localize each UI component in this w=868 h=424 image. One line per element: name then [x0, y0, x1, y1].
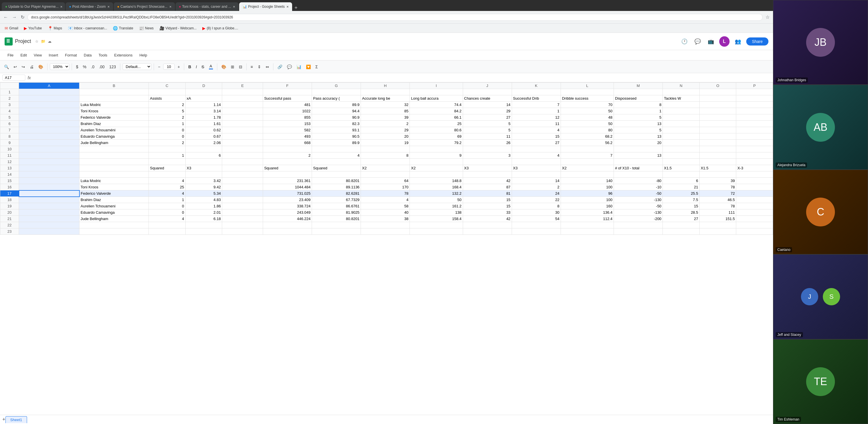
cell-g17[interactable]: 82.6281 — [312, 190, 361, 197]
present-button[interactable]: 📺 — [706, 36, 716, 46]
cell-d12[interactable] — [185, 159, 222, 165]
url-bar[interactable] — [27, 14, 763, 21]
cell-e5[interactable] — [222, 114, 263, 121]
cell-l6[interactable]: 50 — [561, 121, 614, 127]
cell-a15[interactable] — [19, 178, 80, 184]
back-button[interactable]: ← — [2, 13, 9, 21]
cell-h3[interactable]: 32 — [361, 102, 410, 108]
cell-f7[interactable]: 582 — [263, 127, 312, 133]
row-num-5[interactable]: 5 — [0, 114, 19, 121]
strikethrough-button[interactable]: S — [200, 63, 206, 70]
cell-k2-drib[interactable]: Successful Drib — [512, 95, 561, 102]
cell-i3[interactable]: 74.4 — [410, 102, 463, 108]
col-header-h[interactable]: H — [361, 83, 410, 89]
cell-e9[interactable] — [222, 140, 263, 146]
cell-j15[interactable]: 42 — [463, 178, 512, 184]
cell-p10[interactable] — [736, 146, 773, 152]
cell-d1[interactable] — [185, 89, 222, 95]
row-num-10[interactable]: 10 — [0, 146, 19, 152]
cell-f2-succ[interactable]: Successful pass — [263, 95, 312, 102]
font-size-inc-button[interactable]: + — [176, 63, 182, 70]
cell-j7[interactable]: 5 — [463, 127, 512, 133]
cell-i8[interactable]: 69 — [410, 133, 463, 140]
cell-k10[interactable] — [512, 146, 561, 152]
cell-m9[interactable]: 20 — [614, 140, 663, 146]
cell-e8[interactable] — [222, 133, 263, 140]
cell-p9[interactable] — [736, 140, 773, 146]
paint-format-button[interactable]: 🎨 — [36, 63, 45, 70]
comment-button[interactable]: 💬 — [693, 36, 703, 46]
cell-c9[interactable]: 2 — [149, 140, 185, 146]
cell-d23[interactable] — [185, 228, 222, 235]
cell-e18[interactable] — [222, 197, 263, 203]
cell-j17[interactable]: 81 — [463, 190, 512, 197]
cell-p23[interactable] — [736, 228, 773, 235]
cell-j18[interactable]: 15 — [463, 197, 512, 203]
menu-format[interactable]: Format — [62, 52, 80, 58]
cell-p5[interactable] — [736, 114, 773, 121]
cell-l8[interactable]: 68.2 — [561, 133, 614, 140]
cell-a2[interactable] — [19, 95, 80, 102]
cell-m13[interactable]: # of X10 - total — [614, 165, 663, 171]
cell-n17[interactable]: 25.5 — [663, 190, 700, 197]
cell-p1[interactable] — [736, 89, 773, 95]
cell-g15[interactable]: 80.8201 — [312, 178, 361, 184]
cell-b11[interactable] — [80, 152, 149, 159]
cell-l22[interactable] — [561, 222, 614, 228]
row-num-15[interactable]: 15 — [0, 178, 19, 184]
cell-a8[interactable] — [19, 133, 80, 140]
cell-f11[interactable]: 2 — [263, 152, 312, 159]
cell-i18[interactable]: 50 — [410, 197, 463, 203]
cell-n14[interactable] — [663, 171, 700, 178]
cell-b17[interactable]: Federico Valverde — [80, 190, 149, 197]
cell-e4[interactable] — [222, 108, 263, 114]
row-num-20[interactable]: 20 — [0, 209, 19, 216]
cell-l10[interactable] — [561, 146, 614, 152]
cell-l12[interactable] — [561, 159, 614, 165]
cell-a17[interactable] — [19, 190, 80, 197]
cell-g13[interactable]: Squared — [312, 165, 361, 171]
cell-o18[interactable]: 46.5 — [699, 197, 736, 203]
cell-d6[interactable]: 1.61 — [185, 121, 222, 127]
col-header-f[interactable]: F — [263, 83, 312, 89]
cell-a12[interactable] — [19, 159, 80, 165]
menu-file[interactable]: File — [5, 52, 17, 58]
cell-d18[interactable]: 4.83 — [185, 197, 222, 203]
cell-d3[interactable]: 1.14 — [185, 102, 222, 108]
cell-j13[interactable]: X3 — [463, 165, 512, 171]
menu-help[interactable]: Help — [136, 52, 150, 58]
cell-i1[interactable] — [410, 89, 463, 95]
cell-j6[interactable]: 5 — [463, 121, 512, 127]
font-select[interactable]: Default... — [123, 63, 151, 70]
cell-f12[interactable] — [263, 159, 312, 165]
italic-button[interactable]: I — [194, 63, 198, 70]
cell-i12[interactable] — [410, 159, 463, 165]
cell-b6[interactable]: Brahim Diaz — [80, 121, 149, 127]
cell-l13[interactable]: X2 — [561, 165, 614, 171]
cell-f6[interactable]: 153 — [263, 121, 312, 127]
folder-icon[interactable]: 📁 — [41, 39, 45, 44]
tab-close-2[interactable]: ✕ — [169, 5, 172, 8]
bookmark-inbox[interactable]: 📧 Inbox - caenanosan... — [66, 25, 110, 31]
cell-c11[interactable]: 1 — [149, 152, 185, 159]
tab-sheets[interactable]: 📊 Project - Google Sheets ✕ — [239, 2, 292, 11]
cell-g6[interactable]: 82.3 — [312, 121, 361, 127]
cell-a14[interactable] — [19, 171, 80, 178]
cell-c8[interactable]: 0 — [149, 133, 185, 140]
cell-g4[interactable]: 94.4 — [312, 108, 361, 114]
bookmark-globe[interactable]: ▶ (8) I spun a Globe.... — [200, 25, 240, 31]
cell-b19[interactable]: Aurelien Tchouameni — [80, 203, 149, 209]
cell-i9[interactable]: 79.2 — [410, 140, 463, 146]
cell-j2-chances[interactable]: Chances create — [463, 95, 512, 102]
cell-a22[interactable] — [19, 222, 80, 228]
cell-i22[interactable] — [410, 222, 463, 228]
cell-a11[interactable] — [19, 152, 80, 159]
bold-button[interactable]: B — [186, 63, 193, 70]
cell-n12[interactable] — [663, 159, 700, 165]
user-avatar[interactable]: L — [719, 36, 730, 47]
cell-c20[interactable]: 0 — [149, 209, 185, 216]
cell-d15[interactable]: 3.42 — [185, 178, 222, 184]
cell-j10[interactable] — [463, 146, 512, 152]
cell-i4[interactable]: 84.2 — [410, 108, 463, 114]
cell-k15[interactable]: 14 — [512, 178, 561, 184]
